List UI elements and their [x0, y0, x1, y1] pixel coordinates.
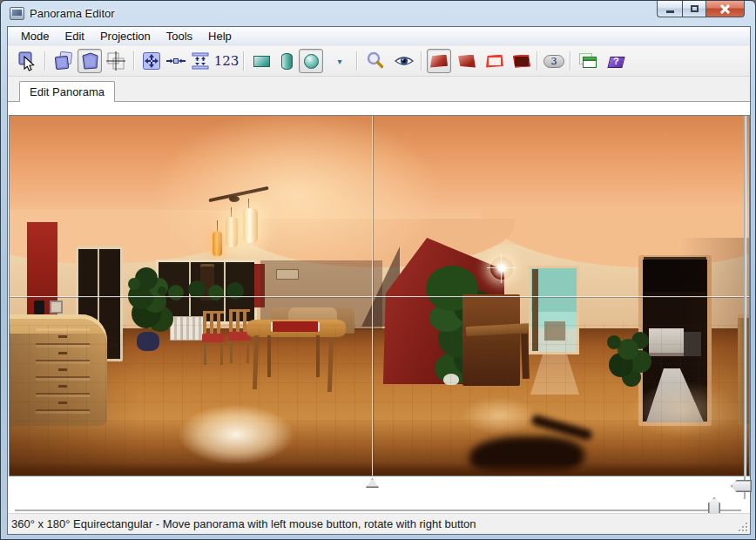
menu-help[interactable]: Help	[200, 28, 240, 44]
menu-bar: Mode Edit Projection Tools Help	[8, 27, 750, 45]
eye-icon	[394, 51, 415, 71]
toolbar-separator	[356, 51, 357, 71]
floor-bottom-dark	[10, 462, 750, 476]
lamp-cord	[217, 220, 218, 233]
cylindrical-projection-icon	[281, 53, 293, 70]
image-seams-icon	[458, 55, 476, 68]
wall-picture	[276, 269, 299, 280]
show-images-blended-button[interactable]	[427, 49, 451, 73]
menu-mode[interactable]: Mode	[13, 28, 57, 44]
center-arrows-icon	[165, 51, 186, 71]
menu-tools[interactable]: Tools	[159, 28, 200, 44]
toolbar-separator	[421, 51, 422, 71]
single-image-icon	[79, 51, 100, 71]
show-image-numbers-button[interactable]: 3	[542, 49, 566, 73]
close-icon	[720, 4, 730, 14]
app-icon	[10, 7, 24, 20]
toolbar-separator	[537, 51, 537, 71]
preview-button[interactable]	[392, 49, 416, 73]
show-images-seams-button[interactable]	[455, 49, 479, 73]
crosshair-horizontal	[10, 296, 750, 298]
window-mullion	[224, 262, 226, 321]
sideboard-item-dark	[34, 300, 44, 314]
window-mullion	[189, 262, 191, 321]
show-image-outlines-button[interactable]	[483, 49, 507, 73]
toolbar: 123 ▾	[8, 46, 750, 77]
plant-palm-left	[128, 278, 140, 290]
zoom-button[interactable]	[363, 49, 388, 73]
yaw-marker-handle[interactable]	[366, 478, 379, 488]
show-images-dimmed-button[interactable]	[510, 49, 534, 73]
close-button[interactable]	[705, 1, 745, 17]
lamp-shade-big	[243, 208, 258, 243]
picture-frame	[50, 300, 63, 314]
chevron-down-icon: ▾	[337, 57, 341, 66]
yaw-slider-track[interactable]	[15, 510, 741, 511]
numbers-123-icon: 123	[214, 53, 240, 69]
fit-height-icon	[190, 51, 211, 71]
status-text: 360° x 180° Equirectangular - Move panor…	[11, 517, 476, 530]
overlapping-images-icon	[53, 51, 74, 71]
magnifier-icon	[365, 51, 386, 71]
tab-edit-panorama[interactable]: Edit Panorama	[19, 81, 115, 102]
tab-strip: Edit Panorama	[8, 77, 750, 102]
panorama-editor-window: Panorama Editor Mode Edit Projection Too…	[0, 0, 756, 540]
maximize-icon	[691, 5, 699, 12]
show-main-window-button[interactable]	[576, 49, 600, 73]
toolbar-separator	[133, 51, 134, 71]
toolbar-separator	[570, 51, 570, 71]
pitch-slider-thumb[interactable]	[731, 480, 752, 492]
status-bar: 360° x 180° Equirectangular - Move panor…	[8, 513, 750, 534]
image-blended-icon	[430, 55, 448, 68]
crosshair-vertical	[372, 116, 374, 476]
grid-crosshair-button[interactable]	[104, 49, 128, 73]
rectilinear-projection-icon	[253, 56, 270, 67]
client-area: Mode Edit Projection Tools Help	[8, 27, 750, 534]
expand-arrows-icon	[141, 51, 162, 71]
pitch-slider-track[interactable]	[744, 116, 746, 499]
minimize-icon	[666, 10, 674, 13]
title-bar[interactable]: Panorama Editor	[1, 1, 755, 27]
floor-dim-left	[10, 334, 140, 476]
projection-dropdown-button[interactable]: ▾	[332, 49, 348, 73]
equirectangular-projection-icon	[304, 54, 319, 69]
cylindrical-projection-button[interactable]	[274, 49, 299, 73]
edge-dim-right	[680, 238, 750, 476]
menu-projection[interactable]: Projection	[92, 28, 159, 44]
lamp-shade-small	[213, 232, 222, 256]
maximize-button[interactable]	[682, 1, 705, 17]
select-source-image-button[interactable]	[15, 49, 39, 73]
toolbar-separator	[243, 51, 244, 71]
grid-crosshair-icon	[105, 51, 126, 71]
panorama-canvas[interactable]	[9, 115, 750, 476]
equirectangular-projection-button[interactable]	[299, 49, 323, 73]
main-window-icon	[579, 53, 597, 69]
flash-ray-v	[501, 253, 502, 283]
help-book-icon: ?	[608, 54, 625, 69]
window-title: Panorama Editor	[30, 7, 115, 20]
image-number-icon: 3	[543, 55, 564, 68]
fit-panorama-button[interactable]	[139, 49, 164, 73]
show-all-images-button[interactable]	[51, 49, 76, 73]
minimize-button[interactable]	[657, 1, 682, 17]
fit-height-button[interactable]	[188, 49, 213, 73]
image-dimmed-icon	[513, 55, 530, 68]
windowsill-plants	[158, 287, 166, 295]
resize-grip[interactable]	[737, 521, 747, 531]
wall-clock	[200, 264, 214, 300]
help-button[interactable]: ?	[604, 49, 629, 73]
image-outline-icon	[486, 55, 503, 68]
numeric-transform-button[interactable]: 123	[213, 49, 240, 73]
toolbar-separator	[44, 51, 45, 71]
lamp-mount	[229, 196, 240, 202]
lamp-shade-mid	[226, 217, 238, 247]
flash-ray-h	[487, 267, 516, 268]
center-panorama-button[interactable]	[164, 49, 188, 73]
tab-page	[8, 102, 750, 513]
flash-light	[490, 257, 513, 280]
menu-edit[interactable]: Edit	[57, 28, 92, 44]
show-single-image-button[interactable]	[78, 49, 102, 73]
rectilinear-projection-button[interactable]	[249, 49, 273, 73]
pointer-select-icon	[17, 51, 37, 71]
